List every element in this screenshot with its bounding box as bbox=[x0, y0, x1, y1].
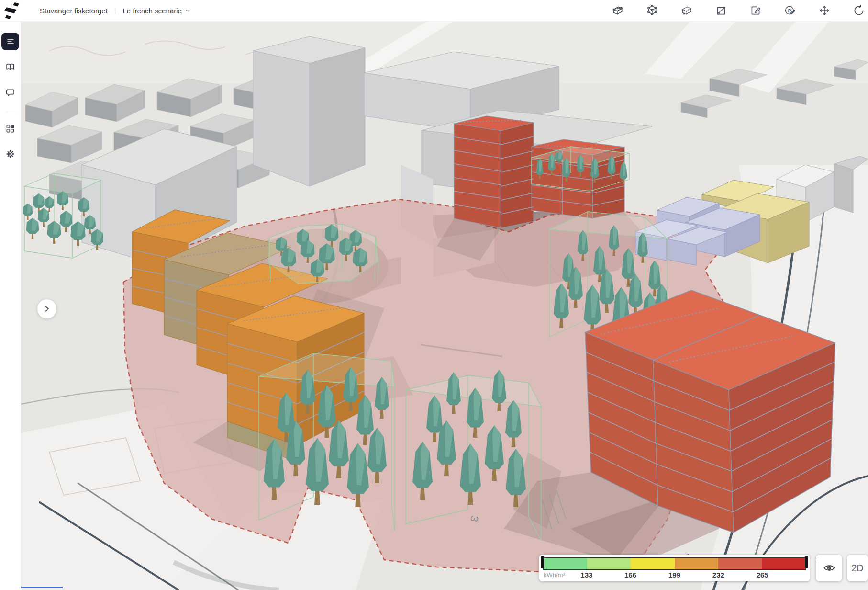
legend-endcap-right[interactable] bbox=[805, 556, 808, 568]
expand-panel-button[interactable] bbox=[37, 299, 56, 318]
legend-tick: 199 bbox=[668, 571, 680, 579]
volume-box-icon[interactable] bbox=[611, 4, 624, 17]
project-title: Stavanger fisketorget bbox=[40, 7, 108, 15]
eye-icon bbox=[823, 562, 835, 574]
comment-icon[interactable] bbox=[1, 83, 19, 101]
measure-line-icon[interactable] bbox=[714, 4, 727, 17]
legend-tick: 232 bbox=[712, 571, 724, 579]
visibility-toggle-button[interactable] bbox=[816, 555, 842, 581]
chevron-right-icon bbox=[44, 306, 50, 312]
apps-grid-icon[interactable] bbox=[1, 120, 19, 137]
legend-unit: kWh/m² bbox=[544, 571, 565, 579]
legend-tick: 265 bbox=[757, 571, 768, 579]
legend-segment bbox=[587, 558, 631, 569]
orbit-icon[interactable] bbox=[852, 4, 865, 17]
legend-segment bbox=[675, 558, 718, 569]
map-book-icon[interactable] bbox=[1, 58, 19, 76]
panel-menu-icon[interactable] bbox=[1, 33, 19, 50]
legend-segment bbox=[718, 558, 762, 569]
svg-text:P: P bbox=[788, 8, 791, 13]
left-sidebar bbox=[0, 21, 21, 590]
edit-vertices-icon[interactable] bbox=[645, 4, 658, 17]
map-3d-viewport[interactable]: Kong 3 kWh/m² 133 166 199 232 265 bbox=[21, 21, 868, 590]
edit-sketch-icon[interactable] bbox=[749, 4, 762, 17]
legend-segment bbox=[544, 558, 587, 569]
2d-mode-button[interactable]: 2D bbox=[847, 555, 868, 581]
2d-mode-label: 2D bbox=[851, 563, 864, 574]
corner-mark bbox=[819, 557, 823, 561]
top-bar: Stavanger fisketorget | Le french scenar… bbox=[0, 0, 868, 22]
sidebar-divider bbox=[5, 112, 16, 112]
legend-tick: 133 bbox=[580, 571, 592, 579]
move-icon[interactable] bbox=[818, 4, 831, 17]
scenario-name: Le french scenarie bbox=[122, 7, 181, 15]
scale-indicator-line bbox=[21, 587, 63, 588]
legend-gradient-bar bbox=[543, 557, 806, 570]
ghost-volume-icon[interactable] bbox=[680, 4, 693, 17]
legend-labels: kWh/m² 133 166 199 232 265 bbox=[543, 571, 806, 579]
heatmap-legend: kWh/m² 133 166 199 232 265 bbox=[539, 555, 810, 581]
legend-segment bbox=[762, 558, 805, 569]
scene-3d: Kong 3 bbox=[21, 21, 868, 590]
app-logo-icon bbox=[4, 2, 21, 19]
parking-edit-icon[interactable]: P bbox=[783, 4, 796, 17]
chevron-down-icon bbox=[185, 8, 190, 13]
settings-gear-icon[interactable] bbox=[1, 145, 19, 163]
scenario-selector[interactable]: Le french scenarie bbox=[122, 7, 190, 15]
legend-endcap-left[interactable] bbox=[541, 556, 544, 568]
legend-segment bbox=[631, 558, 674, 569]
legend-tick: 166 bbox=[624, 571, 636, 579]
modeling-toolbar: P bbox=[611, 4, 868, 17]
title-separator: | bbox=[114, 7, 116, 14]
